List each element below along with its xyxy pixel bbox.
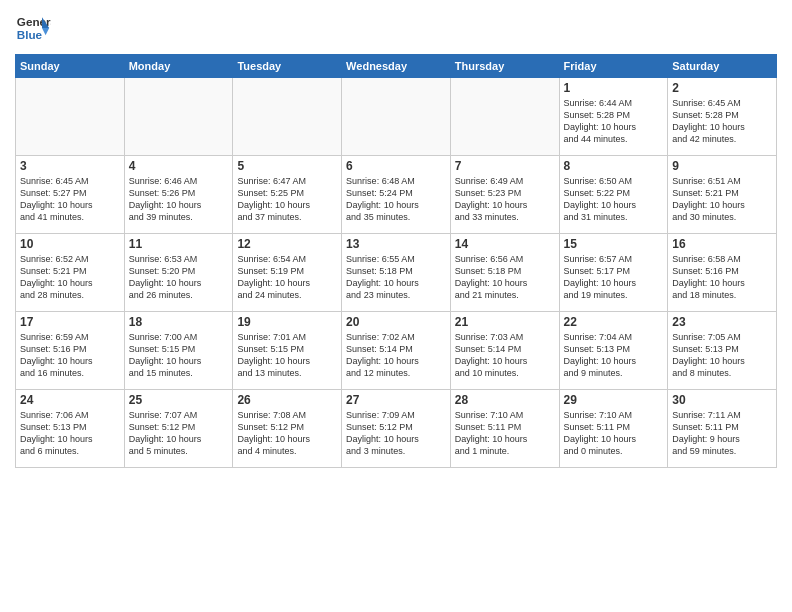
- day-info: Sunrise: 7:10 AM Sunset: 5:11 PM Dayligh…: [564, 409, 664, 458]
- day-info: Sunrise: 6:47 AM Sunset: 5:25 PM Dayligh…: [237, 175, 337, 224]
- weekday-header-monday: Monday: [124, 55, 233, 78]
- day-info: Sunrise: 6:49 AM Sunset: 5:23 PM Dayligh…: [455, 175, 555, 224]
- logo: General Blue: [15, 10, 51, 46]
- day-number: 27: [346, 393, 446, 407]
- day-cell: 15Sunrise: 6:57 AM Sunset: 5:17 PM Dayli…: [559, 234, 668, 312]
- day-cell: 11Sunrise: 6:53 AM Sunset: 5:20 PM Dayli…: [124, 234, 233, 312]
- day-cell: 19Sunrise: 7:01 AM Sunset: 5:15 PM Dayli…: [233, 312, 342, 390]
- day-info: Sunrise: 7:08 AM Sunset: 5:12 PM Dayligh…: [237, 409, 337, 458]
- day-info: Sunrise: 6:52 AM Sunset: 5:21 PM Dayligh…: [20, 253, 120, 302]
- day-info: Sunrise: 6:53 AM Sunset: 5:20 PM Dayligh…: [129, 253, 229, 302]
- day-cell: 21Sunrise: 7:03 AM Sunset: 5:14 PM Dayli…: [450, 312, 559, 390]
- day-info: Sunrise: 7:07 AM Sunset: 5:12 PM Dayligh…: [129, 409, 229, 458]
- day-cell: 4Sunrise: 6:46 AM Sunset: 5:26 PM Daylig…: [124, 156, 233, 234]
- day-number: 5: [237, 159, 337, 173]
- day-number: 23: [672, 315, 772, 329]
- day-info: Sunrise: 6:46 AM Sunset: 5:26 PM Dayligh…: [129, 175, 229, 224]
- day-cell: 22Sunrise: 7:04 AM Sunset: 5:13 PM Dayli…: [559, 312, 668, 390]
- day-info: Sunrise: 7:10 AM Sunset: 5:11 PM Dayligh…: [455, 409, 555, 458]
- day-cell: 9Sunrise: 6:51 AM Sunset: 5:21 PM Daylig…: [668, 156, 777, 234]
- day-info: Sunrise: 6:57 AM Sunset: 5:17 PM Dayligh…: [564, 253, 664, 302]
- day-number: 19: [237, 315, 337, 329]
- day-cell: 18Sunrise: 7:00 AM Sunset: 5:15 PM Dayli…: [124, 312, 233, 390]
- day-number: 30: [672, 393, 772, 407]
- day-number: 20: [346, 315, 446, 329]
- day-info: Sunrise: 6:50 AM Sunset: 5:22 PM Dayligh…: [564, 175, 664, 224]
- day-info: Sunrise: 7:04 AM Sunset: 5:13 PM Dayligh…: [564, 331, 664, 380]
- week-row-4: 17Sunrise: 6:59 AM Sunset: 5:16 PM Dayli…: [16, 312, 777, 390]
- day-number: 8: [564, 159, 664, 173]
- day-cell: 7Sunrise: 6:49 AM Sunset: 5:23 PM Daylig…: [450, 156, 559, 234]
- svg-marker-3: [42, 28, 49, 35]
- day-cell: [342, 78, 451, 156]
- day-cell: 2Sunrise: 6:45 AM Sunset: 5:28 PM Daylig…: [668, 78, 777, 156]
- week-row-1: 1Sunrise: 6:44 AM Sunset: 5:28 PM Daylig…: [16, 78, 777, 156]
- day-info: Sunrise: 7:09 AM Sunset: 5:12 PM Dayligh…: [346, 409, 446, 458]
- day-cell: [233, 78, 342, 156]
- day-cell: 12Sunrise: 6:54 AM Sunset: 5:19 PM Dayli…: [233, 234, 342, 312]
- day-cell: 30Sunrise: 7:11 AM Sunset: 5:11 PM Dayli…: [668, 390, 777, 468]
- day-cell: 6Sunrise: 6:48 AM Sunset: 5:24 PM Daylig…: [342, 156, 451, 234]
- day-cell: 27Sunrise: 7:09 AM Sunset: 5:12 PM Dayli…: [342, 390, 451, 468]
- main-container: General Blue SundayMondayTuesdayWednesda…: [0, 0, 792, 473]
- weekday-header-thursday: Thursday: [450, 55, 559, 78]
- day-number: 1: [564, 81, 664, 95]
- day-info: Sunrise: 6:56 AM Sunset: 5:18 PM Dayligh…: [455, 253, 555, 302]
- day-number: 28: [455, 393, 555, 407]
- day-number: 15: [564, 237, 664, 251]
- day-cell: 3Sunrise: 6:45 AM Sunset: 5:27 PM Daylig…: [16, 156, 125, 234]
- day-info: Sunrise: 6:54 AM Sunset: 5:19 PM Dayligh…: [237, 253, 337, 302]
- day-info: Sunrise: 7:06 AM Sunset: 5:13 PM Dayligh…: [20, 409, 120, 458]
- day-number: 21: [455, 315, 555, 329]
- day-cell: [16, 78, 125, 156]
- week-row-2: 3Sunrise: 6:45 AM Sunset: 5:27 PM Daylig…: [16, 156, 777, 234]
- day-number: 12: [237, 237, 337, 251]
- day-number: 6: [346, 159, 446, 173]
- weekday-header-row: SundayMondayTuesdayWednesdayThursdayFrid…: [16, 55, 777, 78]
- day-cell: 16Sunrise: 6:58 AM Sunset: 5:16 PM Dayli…: [668, 234, 777, 312]
- day-info: Sunrise: 6:58 AM Sunset: 5:16 PM Dayligh…: [672, 253, 772, 302]
- day-number: 26: [237, 393, 337, 407]
- day-cell: 13Sunrise: 6:55 AM Sunset: 5:18 PM Dayli…: [342, 234, 451, 312]
- day-info: Sunrise: 6:48 AM Sunset: 5:24 PM Dayligh…: [346, 175, 446, 224]
- header: General Blue: [15, 10, 777, 46]
- day-info: Sunrise: 6:55 AM Sunset: 5:18 PM Dayligh…: [346, 253, 446, 302]
- day-number: 16: [672, 237, 772, 251]
- day-cell: 29Sunrise: 7:10 AM Sunset: 5:11 PM Dayli…: [559, 390, 668, 468]
- weekday-header-saturday: Saturday: [668, 55, 777, 78]
- day-number: 3: [20, 159, 120, 173]
- day-cell: 10Sunrise: 6:52 AM Sunset: 5:21 PM Dayli…: [16, 234, 125, 312]
- day-info: Sunrise: 6:59 AM Sunset: 5:16 PM Dayligh…: [20, 331, 120, 380]
- day-cell: 24Sunrise: 7:06 AM Sunset: 5:13 PM Dayli…: [16, 390, 125, 468]
- day-cell: 26Sunrise: 7:08 AM Sunset: 5:12 PM Dayli…: [233, 390, 342, 468]
- day-info: Sunrise: 7:11 AM Sunset: 5:11 PM Dayligh…: [672, 409, 772, 458]
- day-number: 9: [672, 159, 772, 173]
- day-cell: 20Sunrise: 7:02 AM Sunset: 5:14 PM Dayli…: [342, 312, 451, 390]
- day-number: 10: [20, 237, 120, 251]
- day-cell: 28Sunrise: 7:10 AM Sunset: 5:11 PM Dayli…: [450, 390, 559, 468]
- day-info: Sunrise: 7:01 AM Sunset: 5:15 PM Dayligh…: [237, 331, 337, 380]
- day-cell: 8Sunrise: 6:50 AM Sunset: 5:22 PM Daylig…: [559, 156, 668, 234]
- week-row-3: 10Sunrise: 6:52 AM Sunset: 5:21 PM Dayli…: [16, 234, 777, 312]
- day-number: 2: [672, 81, 772, 95]
- day-number: 22: [564, 315, 664, 329]
- day-info: Sunrise: 6:45 AM Sunset: 5:28 PM Dayligh…: [672, 97, 772, 146]
- day-cell: 23Sunrise: 7:05 AM Sunset: 5:13 PM Dayli…: [668, 312, 777, 390]
- day-info: Sunrise: 6:45 AM Sunset: 5:27 PM Dayligh…: [20, 175, 120, 224]
- day-number: 11: [129, 237, 229, 251]
- day-cell: [124, 78, 233, 156]
- day-cell: 25Sunrise: 7:07 AM Sunset: 5:12 PM Dayli…: [124, 390, 233, 468]
- logo-icon: General Blue: [15, 10, 51, 46]
- day-info: Sunrise: 7:03 AM Sunset: 5:14 PM Dayligh…: [455, 331, 555, 380]
- weekday-header-friday: Friday: [559, 55, 668, 78]
- day-cell: [450, 78, 559, 156]
- day-cell: 17Sunrise: 6:59 AM Sunset: 5:16 PM Dayli…: [16, 312, 125, 390]
- calendar-table: SundayMondayTuesdayWednesdayThursdayFrid…: [15, 54, 777, 468]
- week-row-5: 24Sunrise: 7:06 AM Sunset: 5:13 PM Dayli…: [16, 390, 777, 468]
- day-number: 14: [455, 237, 555, 251]
- day-number: 29: [564, 393, 664, 407]
- day-number: 13: [346, 237, 446, 251]
- day-number: 7: [455, 159, 555, 173]
- svg-text:Blue: Blue: [17, 28, 43, 41]
- day-cell: 14Sunrise: 6:56 AM Sunset: 5:18 PM Dayli…: [450, 234, 559, 312]
